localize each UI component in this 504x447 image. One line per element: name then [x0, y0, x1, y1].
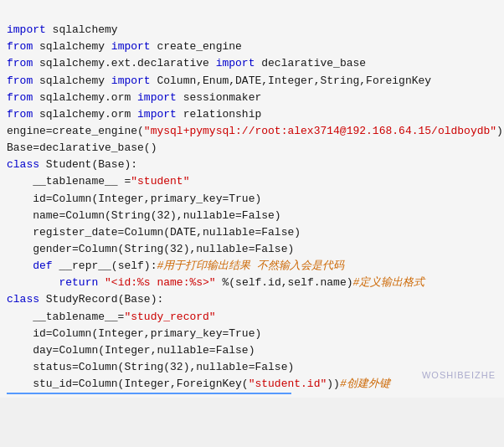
code-line: register_date=Column(DATE,nullable=False…: [7, 224, 497, 241]
code-line: id=Column(Integer,primary_key=True): [7, 191, 497, 208]
code-line: return "<id:%s name:%s>" %(self.id,self.…: [7, 275, 497, 291]
code-line: class StudyRecord(Base):: [7, 291, 497, 308]
code-line: __tablename__ ="student": [7, 173, 497, 190]
watermark: WOSHIBEIZHE: [422, 368, 496, 383]
code-line: gender=Column(String(32),nullable=False): [7, 241, 497, 258]
code-line: from sqlalchemy import create_engine: [7, 39, 497, 55]
code-line: name=Column(String(32),nullable=False): [7, 208, 497, 224]
code-line: engine=create_engine("mysql+pymysql://ro…: [7, 123, 497, 140]
code-editor: import sqlalchemyfrom sqlalchemy import …: [0, 0, 504, 398]
code-line: id=Column(Integer,primary_key=True): [7, 326, 497, 342]
code-line: class Student(Base):: [7, 157, 497, 173]
code-line: day=Column(Integer,nullable=False): [7, 342, 497, 359]
code-line: from sqlalchemy import Column,Enum,DATE,…: [7, 73, 497, 90]
code-line: from sqlalchemy.ext.declarative import d…: [7, 55, 497, 72]
code-line: Base=declarative_base(): [7, 140, 497, 157]
syntax-underline: [7, 393, 291, 394]
code-line: import sqlalchemy: [7, 22, 497, 39]
code-line: __tablename__="study_record": [7, 309, 497, 326]
code-line: from sqlalchemy.orm import relationship: [7, 106, 497, 123]
code-line: def __repr__(self):#用于打印输出结果 不然输入会是代码: [7, 258, 497, 275]
code-line: from sqlalchemy.orm import sessionmaker: [7, 90, 497, 106]
